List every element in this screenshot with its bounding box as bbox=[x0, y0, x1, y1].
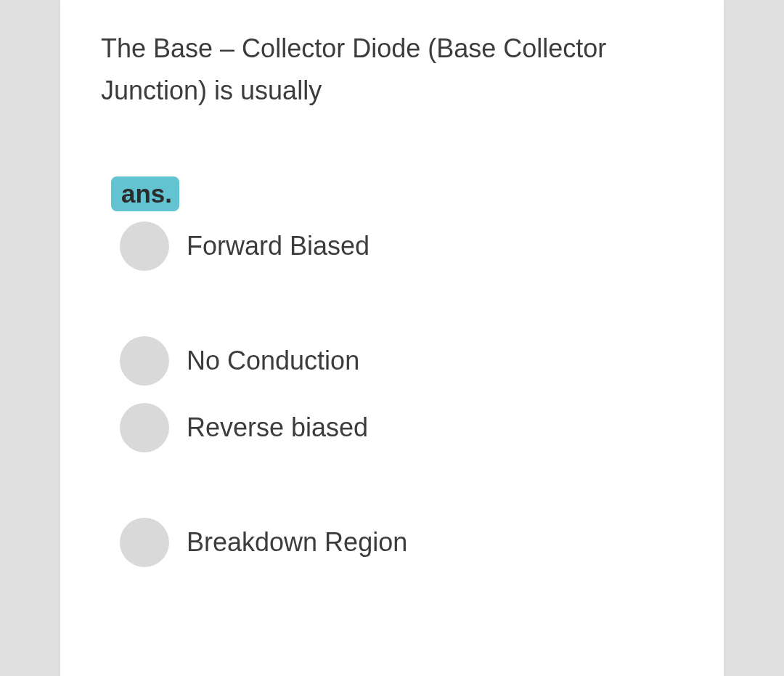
option-label: No Conduction bbox=[187, 346, 359, 376]
question-text: The Base – Collector Diode (Base Collect… bbox=[101, 28, 683, 111]
option-label: Forward Biased bbox=[187, 231, 369, 261]
option-row[interactable]: No Conduction bbox=[120, 336, 683, 386]
radio-icon[interactable] bbox=[120, 221, 169, 271]
option-label: Reverse biased bbox=[187, 412, 368, 443]
option-row[interactable]: Reverse biased bbox=[120, 403, 683, 452]
radio-icon[interactable] bbox=[120, 518, 169, 567]
options-list: Forward Biased No Conduction Reverse bia… bbox=[101, 221, 683, 567]
answer-label: ans. bbox=[111, 176, 179, 211]
radio-icon[interactable] bbox=[120, 403, 169, 452]
option-row[interactable]: Forward Biased bbox=[120, 221, 683, 271]
radio-icon[interactable] bbox=[120, 336, 169, 386]
question-card: The Base – Collector Diode (Base Collect… bbox=[60, 0, 724, 676]
option-label: Breakdown Region bbox=[187, 527, 407, 558]
option-row[interactable]: Breakdown Region bbox=[120, 518, 683, 567]
